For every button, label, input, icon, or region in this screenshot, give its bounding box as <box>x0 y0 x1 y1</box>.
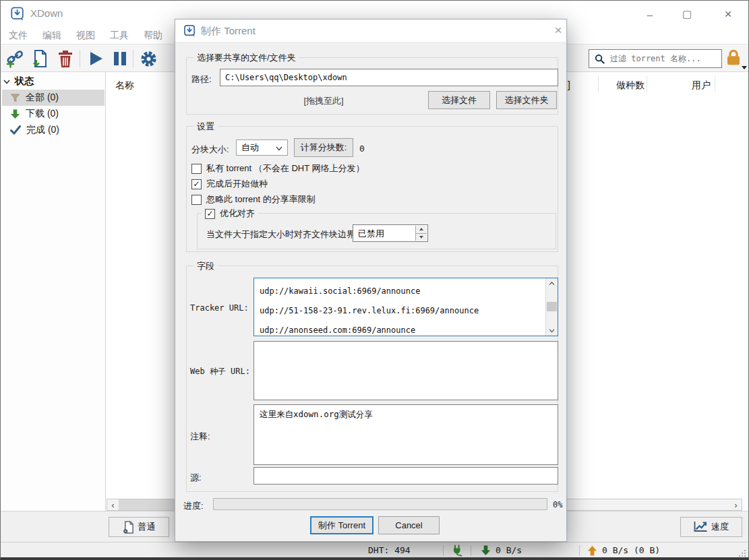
chevron-down-icon <box>276 146 282 151</box>
speed-button[interactable]: 速度 <box>680 517 742 537</box>
progress-label: 进度: <box>183 500 204 512</box>
filter-funnel-icon <box>10 93 20 103</box>
checkbox-checked[interactable]: ✓ <box>191 179 202 189</box>
dialog-logo-icon <box>183 24 196 37</box>
speed-label: 速度 <box>711 521 729 533</box>
tracker-url-text[interactable]: udp://kawaii.social:6969/announce udp://… <box>260 282 543 334</box>
private-torrent-checkbox-row[interactable]: 私有 torrent （不会在 DHT 网络上分发） <box>191 162 365 175</box>
scrollbar-track[interactable] <box>546 288 558 325</box>
add-url-button[interactable] <box>3 47 26 70</box>
resize-grip[interactable] <box>738 549 746 557</box>
sidebar-item-label: 全部 (0) <box>26 92 59 104</box>
column-separator <box>647 76 647 92</box>
comment-textarea[interactable]: 这里来自xdown.org测试分享 <box>253 404 558 465</box>
sidebar-group-status[interactable]: 状态 <box>3 75 34 88</box>
dialog-title: 制作 Torrent <box>201 25 256 38</box>
webseed-url-label: Web 种子 URL: <box>190 366 250 377</box>
align-threshold-label: 当文件大于指定大小时对齐文件块边界: <box>206 228 358 241</box>
path-input[interactable] <box>220 69 558 86</box>
cancel-button[interactable]: Cancel <box>378 516 440 534</box>
source-input[interactable] <box>253 467 558 485</box>
tracker-url-textarea[interactable]: udp://kawaii.social:6969/announce udp://… <box>253 278 558 336</box>
search-input[interactable] <box>609 53 721 64</box>
spin-up-button[interactable] <box>416 226 427 234</box>
menu-view[interactable]: 视图 <box>76 30 95 42</box>
delete-button[interactable] <box>54 47 77 70</box>
sidebar-item-all[interactable]: 全部 (0) <box>2 90 104 106</box>
column-header-partial[interactable]: ] <box>568 80 570 90</box>
speed-chart-icon <box>694 522 707 532</box>
settings-group-legend: 设置 <box>193 121 218 133</box>
scrollbar-thumb[interactable] <box>547 302 557 311</box>
plug-icon <box>451 545 463 557</box>
pause-icon <box>112 51 128 67</box>
choose-file-button[interactable]: 选择文件 <box>428 91 490 109</box>
checkbox-unchecked[interactable] <box>191 195 202 205</box>
pieces-count: 0 <box>359 144 365 154</box>
menu-file[interactable]: 文件 <box>9 30 28 42</box>
make-torrent-button[interactable]: 制作 Torrent <box>310 516 373 534</box>
checkbox-unchecked[interactable] <box>191 164 202 174</box>
align-checkbox-row[interactable]: ✓ 优化对齐 <box>202 208 258 220</box>
menu-help[interactable]: 帮助 <box>144 30 162 42</box>
sidebar-item-downloading[interactable]: 下载 (0) <box>2 106 104 122</box>
scroll-down-arrow[interactable] <box>546 325 558 336</box>
dialog-titlebar: 制作 Torrent × <box>175 20 566 42</box>
status-separator <box>471 545 471 556</box>
normal-mode-button[interactable]: 普通 <box>109 517 169 537</box>
spinner-buttons <box>415 226 427 241</box>
seed-after-checkbox-row[interactable]: ✓ 完成后开始做种 <box>191 178 268 190</box>
column-header-users[interactable]: 用户 <box>653 80 711 92</box>
column-header-name[interactable]: 名称 <box>115 80 134 92</box>
sidebar-item-completed[interactable]: 完成 (0) <box>2 122 104 138</box>
window-title: XDown <box>30 7 63 19</box>
piece-size-label: 分块大小: <box>191 144 229 156</box>
check-icon <box>10 125 21 135</box>
align-threshold-spinner[interactable]: 已禁用 <box>353 224 428 242</box>
app-logo-icon <box>10 6 25 21</box>
play-icon <box>87 50 104 67</box>
choose-folder-label: 选择文件夹 <box>505 94 549 106</box>
piece-size-value: 自动 <box>241 142 259 154</box>
minimize-button[interactable]: – <box>634 1 665 27</box>
choose-folder-button[interactable]: 选择文件夹 <box>496 91 557 109</box>
search-icon <box>595 54 605 64</box>
make-torrent-dialog: 制作 Torrent × 选择要共享的文件/文件夹 路径: [拖拽至此] 选择文… <box>175 19 567 542</box>
menu-tools[interactable]: 工具 <box>110 30 129 42</box>
spin-down-button[interactable] <box>416 234 427 241</box>
scroll-down-icon <box>549 329 555 333</box>
chevron-down-icon <box>3 80 10 84</box>
gear-icon <box>140 50 158 68</box>
maximize-icon: ▢ <box>682 8 692 20</box>
scroll-left-arrow[interactable]: ‹ <box>107 499 119 510</box>
add-link-icon <box>5 49 24 68</box>
close-icon: × <box>724 7 731 22</box>
add-torrent-file-button[interactable] <box>28 47 51 70</box>
status-separator <box>443 545 444 556</box>
tracker-scrollbar[interactable] <box>545 278 558 336</box>
dht-status: DHT: 494 <box>368 545 411 555</box>
toolbar-separator <box>133 50 133 67</box>
checkbox-checked[interactable]: ✓ <box>205 209 215 219</box>
seed-after-label: 完成后开始做种 <box>206 178 268 190</box>
start-button[interactable] <box>84 47 107 70</box>
column-header-seeds[interactable]: 做种数 <box>572 80 645 92</box>
piece-size-select[interactable]: 自动 <box>236 139 288 156</box>
calc-pieces-button[interactable]: 计算分块数: <box>294 138 353 157</box>
add-file-icon <box>31 49 49 68</box>
close-button[interactable]: × <box>713 1 744 27</box>
lock-button[interactable] <box>725 49 745 69</box>
choose-file-label: 选择文件 <box>442 94 477 106</box>
upload-speed: 0 B/s (0 B) <box>602 545 660 555</box>
pause-button[interactable] <box>109 47 131 70</box>
settings-button[interactable] <box>137 47 160 70</box>
scroll-right-arrow[interactable]: › <box>730 499 742 510</box>
maximize-button[interactable]: ▢ <box>671 1 702 27</box>
make-torrent-label: 制作 Torrent <box>318 520 365 532</box>
tracker-url-label: Tracker URL: <box>190 303 249 313</box>
scroll-up-arrow[interactable] <box>546 278 558 288</box>
ignore-ratio-checkbox-row[interactable]: 忽略此 torrent 的分享率限制 <box>191 193 316 206</box>
dialog-close-button[interactable]: × <box>550 22 566 38</box>
menu-edit[interactable]: 编辑 <box>42 30 61 42</box>
webseed-url-textarea[interactable] <box>253 341 558 400</box>
